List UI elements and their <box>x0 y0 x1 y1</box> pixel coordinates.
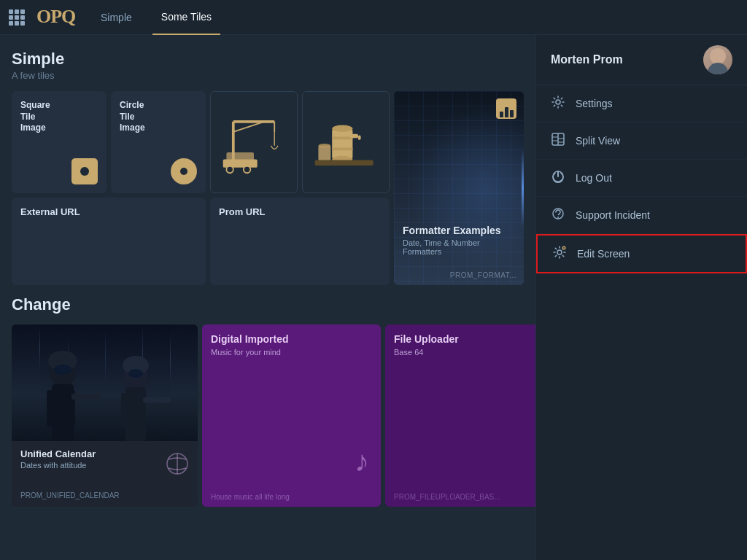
square-tile[interactable]: SquareTileImage <box>12 91 107 193</box>
apps-grid-icon[interactable] <box>9 9 25 26</box>
settings-label: Settings <box>576 98 613 109</box>
unified-calendar-tile[interactable]: Unified Calendar Dates with attitude <box>12 324 198 507</box>
edit-screen-icon <box>552 246 567 262</box>
svg-rect-12 <box>332 128 352 159</box>
svg-line-6 <box>233 122 264 132</box>
svg-rect-23 <box>47 390 55 427</box>
unified-calendar-prom: PROM_UNIFIED_CALENDAR <box>12 486 198 507</box>
main-layout: Simple A few tiles SquareTileImage Circl… <box>0 35 747 560</box>
file-uploader-subtitle: Base 64 <box>394 348 535 357</box>
svg-point-48 <box>557 250 562 254</box>
svg-point-19 <box>318 144 330 148</box>
svg-rect-20 <box>315 160 374 166</box>
file-uploader-tile[interactable]: File Uploader Base 64 PROM_FILEUPLOADER_… <box>385 324 535 507</box>
change-section: Change <box>12 295 524 507</box>
crane-icon <box>220 101 288 184</box>
prom-url-tile[interactable]: Prom URL <box>210 198 390 285</box>
digital-imported-title: Digital Imported <box>211 333 372 345</box>
svg-point-1 <box>80 167 89 176</box>
unified-calendar-title: Unified Calendar <box>20 448 189 459</box>
svg-rect-18 <box>318 146 330 161</box>
digital-imported-tile[interactable]: Digital Imported Music for your mind ♪ H… <box>202 324 381 507</box>
digital-imported-subtitle: Music for your mind <box>211 348 372 357</box>
svg-point-37 <box>556 100 560 104</box>
prom-url-label: Prom URL <box>219 206 381 217</box>
svg-point-26 <box>54 365 71 375</box>
digital-imported-footer: House music all life long <box>211 493 290 501</box>
simple-section-title: Simple <box>12 50 524 69</box>
svg-rect-16 <box>332 148 352 151</box>
external-url-tile[interactable]: External URL <box>12 198 206 285</box>
circle-tile[interactable]: CircleTileImage <box>111 91 206 193</box>
svg-point-10 <box>226 166 233 173</box>
menu-item-settings[interactable]: Settings <box>536 85 747 122</box>
app-logo: OPQ <box>36 4 80 31</box>
menu-item-split-view[interactable]: Split View <box>536 122 747 160</box>
unified-calendar-subtitle: Dates with attitude <box>20 461 189 470</box>
circle-tile-label: CircleTileImage <box>120 100 197 134</box>
svg-rect-27 <box>71 394 101 400</box>
topnav: OPQ Simple Some Tiles <box>0 0 747 35</box>
crane-tile[interactable] <box>210 91 298 193</box>
logout-label: Log Out <box>576 172 612 184</box>
formatter-tile[interactable]: Formatter Examples Date, Time & Number F… <box>394 91 524 285</box>
formatter-title: Formatter Examples <box>403 225 515 236</box>
logout-icon <box>551 170 565 186</box>
user-avatar <box>703 45 732 74</box>
formatter-prom-label: PROM_FORMAT... <box>450 271 516 279</box>
right-panel: Morten Prom Settings <box>535 35 747 560</box>
svg-point-2 <box>180 168 187 175</box>
tab-simple[interactable]: Simple <box>92 0 141 35</box>
barrel-tile[interactable] <box>302 91 390 193</box>
file-uploader-prom: PROM_FILEUPLOADER_BAS... <box>394 493 500 501</box>
svg-rect-17 <box>350 134 358 139</box>
support-label: Support Incident <box>576 209 650 221</box>
menu-item-logout[interactable]: Log Out <box>536 160 747 197</box>
external-url-label: External URL <box>20 206 197 217</box>
splitview-icon <box>551 133 565 149</box>
change-section-title: Change <box>12 295 524 314</box>
svg-text:OPQ: OPQ <box>36 6 76 27</box>
support-icon <box>551 207 565 223</box>
svg-rect-30 <box>121 393 128 427</box>
soldiers-image <box>12 324 198 441</box>
barchart-icon <box>496 98 516 119</box>
formatter-subtitle: Date, Time & Number Formatters <box>403 238 515 256</box>
user-name: Morten Prom <box>551 53 623 66</box>
split-view-label: Split View <box>576 135 620 147</box>
music-note-icon: ♪ <box>355 445 369 478</box>
simple-section-subtitle: A few tiles <box>12 70 524 81</box>
svg-point-47 <box>557 217 559 218</box>
barrel-icon <box>311 101 380 184</box>
svg-point-11 <box>244 166 250 173</box>
unified-calendar-footer: Unified Calendar Dates with attitude <box>12 441 198 486</box>
tab-some-tiles[interactable]: Some Tiles <box>152 0 220 35</box>
change-tiles-grid: Unified Calendar Dates with attitude <box>12 324 524 507</box>
jedi-icon <box>166 452 189 481</box>
menu-item-support[interactable]: Support Incident <box>536 197 747 234</box>
file-uploader-title: File Uploader <box>394 333 535 345</box>
square-tile-label: SquareTileImage <box>20 100 98 134</box>
content-area: Simple A few tiles SquareTileImage Circl… <box>0 35 535 560</box>
edit-screen-label: Edit Screen <box>577 248 630 260</box>
svg-rect-8 <box>226 152 254 160</box>
menu-item-edit-screen[interactable]: Edit Screen <box>536 234 747 273</box>
svg-rect-15 <box>332 136 352 139</box>
svg-point-13 <box>332 125 352 132</box>
settings-icon <box>551 96 565 112</box>
simple-section: Simple A few tiles SquareTileImage Circl… <box>12 50 524 285</box>
tiles-grid: SquareTileImage CircleTileImage <box>12 91 524 285</box>
svg-point-33 <box>128 369 143 378</box>
user-header: Morten Prom <box>536 35 747 85</box>
svg-rect-34 <box>143 397 171 402</box>
